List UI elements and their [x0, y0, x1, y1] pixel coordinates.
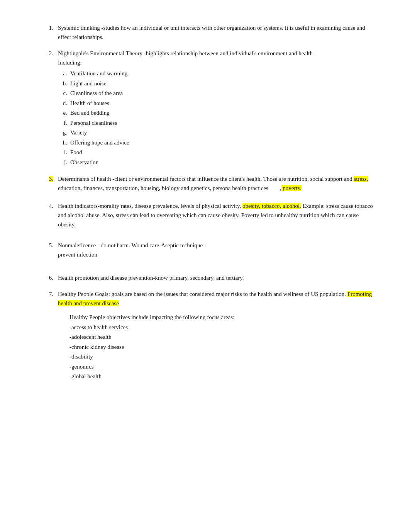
alpha-item: i.Food: [58, 148, 375, 158]
alpha-item: c.Cleanliness of the area: [58, 88, 375, 99]
alpha-text: Food: [70, 148, 82, 158]
alpha-text: Cleanliness of the area: [70, 88, 123, 99]
sub-list-container: a.Ventilation and warming b.Light and no…: [58, 69, 375, 167]
list-item: 4. Health indicators-morality rates, dis…: [35, 201, 375, 229]
alpha-text: Ventilation and warming: [70, 69, 127, 79]
alpha-label: e.: [58, 108, 70, 118]
item-number: 2.: [35, 49, 58, 67]
item-content: Health promotion and disease prevention-…: [58, 273, 375, 282]
alpha-label: a.: [58, 69, 70, 79]
list-item: 5. Nonmaleficence - do not harm. Wound c…: [35, 241, 375, 259]
alpha-label: c.: [58, 88, 70, 99]
item-content: Nightingale's Environmental Theory -high…: [58, 49, 375, 67]
item-number: 7.: [35, 289, 58, 308]
alpha-item: d.Health of houses: [58, 99, 375, 109]
alpha-text: Bed and bedding: [70, 108, 110, 118]
list-item: 1. Systemic thinking -studies how an ind…: [35, 23, 375, 42]
alpha-label: b.: [58, 79, 70, 89]
highlight-obesity-tobacco-alcohol: obesity, tobacco, alcohol.: [242, 203, 301, 209]
alpha-item: g.Variety: [58, 128, 375, 138]
healthy-people-subitem: -disability: [69, 352, 375, 362]
healthy-people-subitem: -chronic kidney disease: [69, 342, 375, 352]
item-number: 4.: [35, 201, 58, 229]
alpha-label: g.: [58, 128, 70, 138]
healthy-people-subitem: -access to health services: [69, 323, 375, 333]
list-item: 2. Nightingale's Environmental Theory -h…: [35, 49, 375, 67]
alpha-text: Personal cleanliness: [70, 118, 117, 128]
alpha-label: h.: [58, 138, 70, 148]
alpha-label: j.: [58, 158, 70, 168]
item-number: 1.: [35, 23, 58, 42]
alpha-item: f.Personal cleanliness: [58, 118, 375, 128]
alpha-item: j.Observation: [58, 158, 375, 168]
alpha-text: Offering hope and advice: [70, 138, 129, 148]
list-item: 3. Determinants of health -client or env…: [35, 174, 375, 193]
healthy-people-subitem: -adolescent health: [69, 332, 375, 342]
main-list: 1. Systemic thinking -studies how an ind…: [35, 23, 375, 382]
highlight-promoting-health: Promoting health and prevent disease: [58, 291, 372, 306]
alpha-item: e.Bed and bedding: [58, 108, 375, 118]
including-label: Including:: [58, 59, 82, 66]
item-number: 3.: [35, 174, 58, 193]
highlighted-num: 3.: [49, 176, 53, 182]
highlight-stress: stress,: [354, 176, 368, 182]
item-number: 6.: [35, 273, 58, 282]
alpha-label: f.: [58, 118, 70, 128]
item-number: 5.: [35, 241, 58, 259]
page: 1. Systemic thinking -studies how an ind…: [0, 0, 410, 532]
item-content: Nonmaleficence - do not harm. Wound care…: [58, 241, 375, 259]
highlight-poverty: poverty.: [281, 185, 302, 191]
alpha-text: Variety: [70, 128, 87, 138]
item-content: Determinants of health -client or enviro…: [58, 174, 375, 193]
list-item: 7. Healthy People Goals: goals are based…: [35, 289, 375, 308]
alpha-item: a.Ventilation and warming: [58, 69, 375, 79]
item-text: Nightingale's Environmental Theory -high…: [58, 50, 313, 56]
alpha-item: b.Light and noise: [58, 79, 375, 89]
item-content: Health indicators-morality rates, diseas…: [58, 201, 375, 229]
healthy-people-intro: Healthy People objectives include impact…: [69, 313, 375, 323]
healthy-people-subitem: -global health: [69, 372, 375, 382]
alpha-text: Health of houses: [70, 99, 109, 109]
alpha-text: Light and noise: [70, 79, 106, 89]
alpha-label: i.: [58, 148, 70, 158]
healthy-people-subitem: -genomics: [69, 362, 375, 372]
item-content: Systemic thinking -studies how an indivi…: [58, 23, 375, 42]
alpha-item: h.Offering hope and advice: [58, 138, 375, 148]
alpha-label: d.: [58, 99, 70, 109]
healthy-people-block: Healthy People objectives include impact…: [69, 313, 375, 382]
item-content: Healthy People Goals: goals are based on…: [58, 289, 375, 308]
alpha-text: Observation: [70, 158, 98, 168]
list-item: 6. Health promotion and disease preventi…: [35, 273, 375, 282]
